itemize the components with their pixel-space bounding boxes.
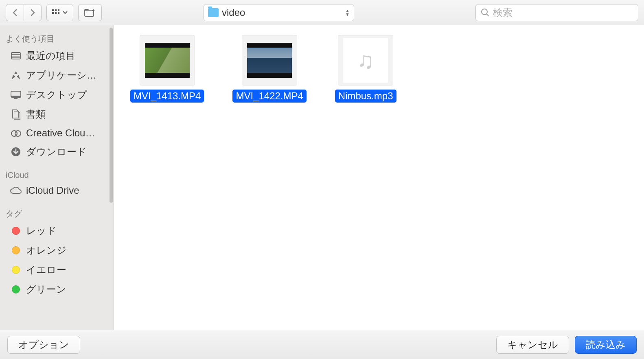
search-icon — [481, 8, 490, 17]
svg-rect-4 — [55, 12, 57, 14]
cloud-icon — [10, 185, 22, 196]
chevron-down-icon — [63, 11, 68, 14]
sidebar-item-label: Creative Clou… — [26, 127, 95, 139]
documents-icon — [10, 109, 22, 120]
sidebar-item-desktop[interactable]: デスクトップ — [0, 85, 114, 105]
svg-rect-2 — [58, 9, 59, 11]
sidebar-item-label: 書類 — [26, 108, 46, 121]
path-selector[interactable]: video ▲▼ — [204, 4, 354, 21]
nav-buttons — [6, 4, 42, 21]
svg-point-7 — [482, 9, 487, 15]
svg-rect-8 — [11, 53, 20, 59]
svg-point-16 — [15, 131, 21, 136]
new-folder-button[interactable] — [78, 4, 102, 21]
options-button[interactable]: オプション — [7, 336, 80, 354]
sidebar-tag-green[interactable]: グリーン — [0, 280, 114, 299]
search-placeholder: 検索 — [493, 6, 513, 19]
tag-dot-icon — [10, 265, 22, 275]
import-button[interactable]: 読み込み — [575, 336, 637, 354]
sidebar-header-icloud: iCloud — [0, 167, 114, 182]
sidebar-item-label: グリーン — [26, 283, 66, 296]
file-name: MVI_1422.MP4 — [232, 90, 306, 103]
desktop-icon — [10, 90, 22, 100]
sidebar-item-recent[interactable]: 最近の項目 — [0, 46, 114, 66]
file-grid: MVI_1413.MP4 MVI_1422.MP4 ♫ Nimbus.mp3 — [114, 25, 644, 330]
toolbar: video ▲▼ 検索 — [0, 0, 644, 25]
svg-rect-6 — [85, 10, 94, 16]
sidebar-item-label: 最近の項目 — [26, 49, 75, 62]
tag-dot-icon — [10, 245, 22, 256]
back-button[interactable] — [6, 4, 24, 21]
file-item[interactable]: MVI_1413.MP4 — [130, 35, 204, 103]
downloads-icon — [10, 147, 22, 157]
svg-rect-13 — [11, 96, 21, 97]
sidebar-tag-red[interactable]: レッド — [0, 221, 114, 241]
sidebar: よく使う項目 最近の項目 アプリケーシ… デスクトップ 書類 — [0, 25, 114, 330]
sidebar-item-label: オレンジ — [26, 244, 67, 257]
sidebar-item-label: デスクトップ — [26, 88, 87, 101]
recent-icon — [10, 50, 22, 61]
svg-rect-1 — [55, 9, 57, 11]
file-thumbnail — [140, 35, 195, 85]
sidebar-item-applications[interactable]: アプリケーシ… — [0, 66, 114, 85]
file-name: MVI_1413.MP4 — [130, 90, 204, 103]
search-input[interactable]: 検索 — [475, 4, 638, 21]
svg-rect-3 — [52, 12, 54, 14]
sidebar-header-favorites: よく使う項目 — [0, 30, 114, 46]
sidebar-item-downloads[interactable]: ダウンロード — [0, 142, 114, 162]
tag-dot-icon — [10, 284, 22, 295]
cancel-button[interactable]: キャンセル — [496, 336, 569, 354]
sidebar-item-icloud-drive[interactable]: iCloud Drive — [0, 182, 114, 199]
view-mode-button[interactable] — [46, 4, 73, 21]
creative-cloud-icon — [10, 128, 22, 138]
folder-icon — [208, 8, 219, 17]
file-thumbnail — [242, 35, 297, 85]
apps-icon — [10, 70, 22, 81]
sidebar-item-label: iCloud Drive — [26, 185, 79, 196]
sidebar-item-label: イエロー — [26, 263, 66, 276]
file-item[interactable]: MVI_1422.MP4 — [232, 35, 306, 103]
sidebar-item-label: アプリケーシ… — [26, 69, 96, 82]
music-note-icon: ♫ — [343, 38, 388, 83]
svg-rect-0 — [52, 9, 54, 11]
scrollbar[interactable] — [110, 28, 113, 203]
tag-dot-icon — [10, 225, 22, 236]
file-name: Nimbus.mp3 — [335, 90, 396, 103]
sidebar-header-tags: タグ — [0, 205, 114, 221]
file-item[interactable]: ♫ Nimbus.mp3 — [335, 35, 396, 103]
sidebar-item-documents[interactable]: 書類 — [0, 105, 114, 124]
file-thumbnail: ♫ — [338, 35, 393, 85]
forward-button[interactable] — [24, 4, 42, 21]
grid-icon — [52, 9, 61, 16]
stepper-icon: ▲▼ — [345, 9, 350, 16]
footer: オプション キャンセル 読み込み — [0, 330, 644, 359]
sidebar-tag-orange[interactable]: オレンジ — [0, 241, 114, 260]
sidebar-tag-yellow[interactable]: イエロー — [0, 260, 114, 280]
svg-rect-5 — [58, 12, 59, 14]
sidebar-item-label: レッド — [26, 224, 57, 237]
sidebar-item-creative-cloud[interactable]: Creative Clou… — [0, 124, 114, 142]
current-folder-name: video — [222, 7, 245, 18]
sidebar-item-label: ダウンロード — [26, 145, 87, 158]
